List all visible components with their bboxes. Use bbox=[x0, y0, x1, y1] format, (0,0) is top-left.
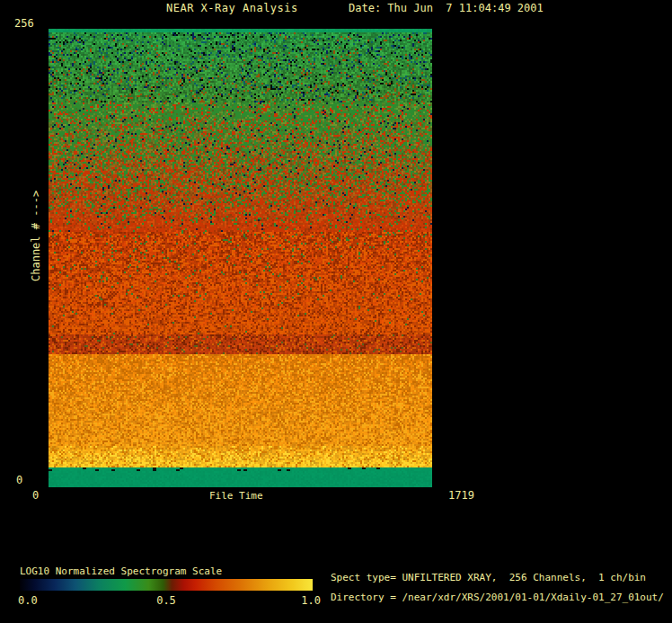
x-axis-max-label: 1719 bbox=[448, 490, 474, 502]
spect-type-label: Spect type= UNFILTERED XRAY, 256 Channel… bbox=[331, 572, 646, 583]
colorbar-gradient bbox=[20, 579, 313, 591]
date-label: Date: Thu Jun 7 11:04:49 2001 bbox=[349, 3, 544, 14]
spectrogram-image bbox=[49, 29, 432, 487]
y-axis-title: Channel # ---> bbox=[31, 191, 42, 281]
x-axis-min-label: 0 bbox=[32, 490, 39, 502]
colorbar-tick-mid: 0.5 bbox=[156, 594, 176, 607]
colorbar-ticks: 0.0 0.5 1.0 bbox=[20, 594, 313, 608]
y-axis-min-label: 0 bbox=[16, 475, 22, 486]
colorbar-tick-max: 1.0 bbox=[301, 594, 321, 607]
x-axis-title: File Time bbox=[209, 490, 263, 502]
colorbar-title: LOG10 Normalized Spectrogram Scale bbox=[20, 565, 222, 577]
colorbar-tick-min: 0.0 bbox=[18, 594, 38, 607]
xray-analysis-window: NEAR X-Ray Analysis Date: Thu Jun 7 11:0… bbox=[0, 0, 672, 623]
directory-label: Directory = /near/xdr/XRS/2001/01-01/Xda… bbox=[331, 592, 664, 603]
page-title: NEAR X-Ray Analysis bbox=[166, 3, 298, 14]
y-axis-max-label: 256 bbox=[14, 18, 34, 30]
